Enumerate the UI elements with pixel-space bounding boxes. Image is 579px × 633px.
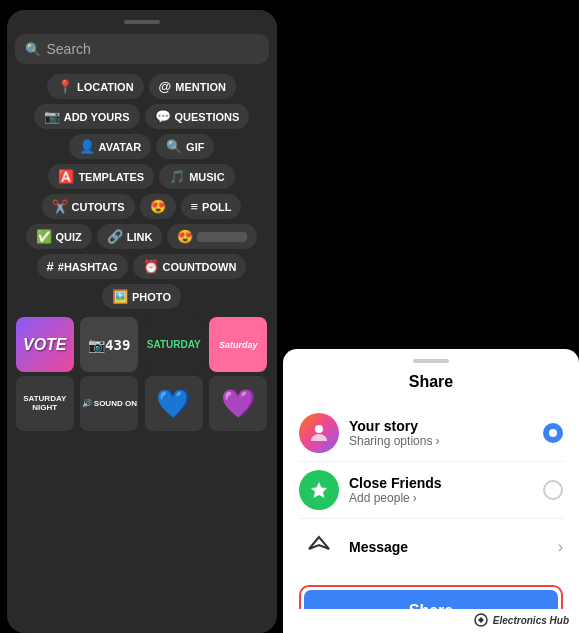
chip-gif[interactable]: 🔍 GIF	[156, 134, 214, 159]
chip-add-yours[interactable]: 📷 ADD YOURS	[34, 104, 140, 129]
sticker-saturday-script[interactable]: Saturday	[209, 317, 267, 372]
chip-poll-label: POLL	[202, 201, 231, 213]
chip-cutouts[interactable]: ✂️ CUTOUTS	[42, 194, 135, 219]
close-friends-sub: Add people ›	[349, 491, 543, 505]
sticker-saturday-night[interactable]: SATURDAY NIGHT	[16, 376, 74, 431]
sticker-saturday-green[interactable]: SATURDAY	[145, 317, 203, 372]
svg-marker-1	[311, 482, 327, 498]
cutouts-icon: ✂️	[52, 199, 68, 214]
share-title: Share	[299, 373, 563, 391]
add-yours-icon: 📷	[44, 109, 60, 124]
sticker-heart-pink[interactable]: 💜	[209, 376, 267, 431]
emoji1-icon: 😍	[150, 199, 166, 214]
sticker-drawer: 🔍 Search 📍 LOCATION @ MENTION 📷 ADD YOUR…	[7, 10, 277, 633]
emoji2-icon: 😍	[177, 229, 193, 244]
sub-chevron-icon: ›	[435, 434, 439, 448]
message-chevron-icon: ›	[558, 538, 563, 556]
sticker-sound-on[interactable]: 🔊 SOUND ON	[80, 376, 138, 431]
message-title: Message	[349, 539, 558, 555]
electronics-hub-label: Electronics Hub	[493, 615, 569, 626]
your-story-title: Your story	[349, 418, 543, 434]
link-icon: 🔗	[107, 229, 123, 244]
share-option-close-friends[interactable]: Close Friends Add people ›	[299, 462, 563, 519]
chip-mention-label: MENTION	[175, 81, 226, 93]
share-sheet: Share Your story Sharing options ›	[283, 349, 579, 609]
chip-questions-label: QUESTIONS	[175, 111, 240, 123]
chip-templates-label: TEMPLATES	[78, 171, 144, 183]
chip-link[interactable]: 🔗 LINK	[97, 224, 163, 249]
chip-gif-label: GIF	[186, 141, 204, 153]
templates-icon: 🅰️	[58, 169, 74, 184]
your-story-radio[interactable]	[543, 423, 563, 443]
share-option-your-story[interactable]: Your story Sharing options ›	[299, 405, 563, 462]
questions-icon: 💬	[155, 109, 171, 124]
chip-location[interactable]: 📍 LOCATION	[47, 74, 144, 99]
chip-avatar[interactable]: 👤 AVATAR	[69, 134, 152, 159]
chip-link-label: LINK	[127, 231, 153, 243]
message-icon	[299, 527, 339, 567]
black-top-area	[283, 0, 579, 349]
vote-text: VOTE	[23, 336, 67, 354]
close-friends-avatar	[299, 470, 339, 510]
location-icon: 📍	[57, 79, 73, 94]
chip-mention[interactable]: @ MENTION	[149, 74, 236, 99]
mention-icon: @	[159, 79, 172, 94]
left-panel: 🔍 Search 📍 LOCATION @ MENTION 📷 ADD YOUR…	[0, 0, 283, 633]
sound-on-text: 🔊 SOUND ON	[82, 399, 137, 408]
chip-avatar-label: AVATAR	[99, 141, 142, 153]
message-info: Message	[349, 539, 558, 555]
your-story-info: Your story Sharing options ›	[349, 418, 543, 448]
chip-templates[interactable]: 🅰️ TEMPLATES	[48, 164, 154, 189]
chip-cutouts-label: CUTOUTS	[72, 201, 125, 213]
svg-point-0	[315, 425, 323, 433]
search-icon: 🔍	[25, 42, 41, 57]
sticker-heart-blue[interactable]: 💙	[145, 376, 203, 431]
close-friends-title: Close Friends	[349, 475, 543, 491]
sticker-numbers[interactable]: 📷439	[80, 317, 138, 372]
chip-add-yours-label: ADD YOURS	[64, 111, 130, 123]
sheet-handle	[413, 359, 449, 363]
chip-countdown[interactable]: ⏰ COUNTDOWN	[133, 254, 247, 279]
saturday-night-text: SATURDAY NIGHT	[16, 395, 74, 413]
heart-blue-icon: 💙	[156, 387, 191, 420]
chip-countdown-label: COUNTDOWN	[163, 261, 237, 273]
share-option-message[interactable]: Message ›	[299, 519, 563, 575]
numbers-text: 📷439	[88, 337, 130, 353]
chip-emoji1[interactable]: 😍	[140, 194, 176, 219]
right-panel: Share Your story Sharing options ›	[283, 0, 579, 633]
quiz-icon: ✅	[36, 229, 52, 244]
sticker-samples-row: VOTE 📷439 SATURDAY Saturday	[15, 317, 269, 372]
chip-poll[interactable]: ≡ POLL	[181, 194, 242, 219]
hashtag-icon: #	[47, 259, 54, 274]
heart-pink-icon: 💜	[221, 387, 256, 420]
search-bar[interactable]: 🔍 Search	[15, 34, 269, 64]
sticker-vote[interactable]: VOTE	[16, 317, 74, 372]
chip-hashtag-label: #HASHTAG	[58, 261, 118, 273]
poll-icon: ≡	[191, 199, 199, 214]
search-placeholder: Search	[47, 41, 91, 57]
gif-icon: 🔍	[166, 139, 182, 154]
close-friends-info: Close Friends Add people ›	[349, 475, 543, 505]
saturday-green-text: SATURDAY	[147, 339, 201, 350]
close-friends-chevron-icon: ›	[413, 491, 417, 505]
electronics-hub-icon	[474, 613, 488, 627]
drawer-handle	[124, 20, 160, 24]
close-friends-radio[interactable]	[543, 480, 563, 500]
electronics-hub-footer: Electronics Hub	[283, 609, 579, 633]
chip-emoji2[interactable]: 😍	[167, 224, 257, 249]
chip-quiz-label: QUIZ	[56, 231, 82, 243]
countdown-icon: ⏰	[143, 259, 159, 274]
photo-icon: 🖼️	[112, 289, 128, 304]
chip-photo[interactable]: 🖼️ PHOTO	[102, 284, 181, 309]
slider-bar	[197, 232, 247, 242]
avatar-icon: 👤	[79, 139, 95, 154]
chip-music[interactable]: 🎵 MUSIC	[159, 164, 234, 189]
music-icon: 🎵	[169, 169, 185, 184]
chip-music-label: MUSIC	[189, 171, 224, 183]
your-story-avatar	[299, 413, 339, 453]
your-story-sub: Sharing options ›	[349, 434, 543, 448]
chip-questions[interactable]: 💬 QUESTIONS	[145, 104, 250, 129]
chip-hashtag[interactable]: # #HASHTAG	[37, 254, 128, 279]
chip-location-label: LOCATION	[77, 81, 134, 93]
chip-quiz[interactable]: ✅ QUIZ	[26, 224, 92, 249]
